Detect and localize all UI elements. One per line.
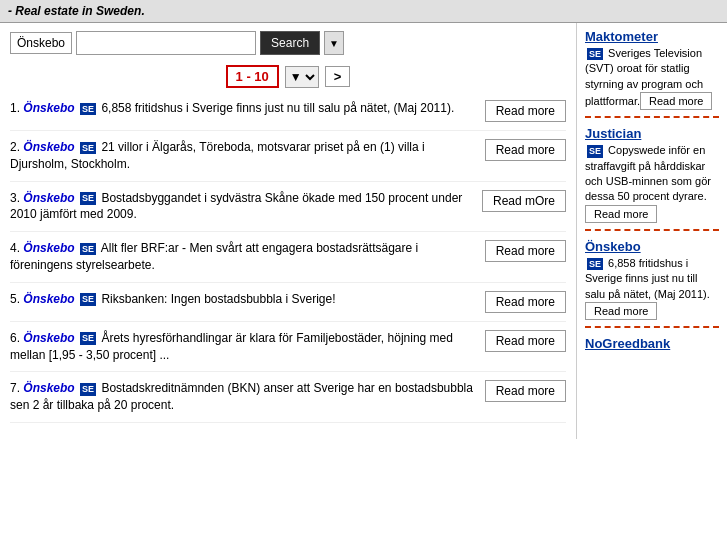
sidebar-widget-4: NoGreedbank: [585, 336, 719, 351]
result-title-link-3[interactable]: Önskebo: [23, 191, 74, 205]
search-bar: Önskebo Search ▼: [10, 31, 566, 55]
widget-body-3: SE 6,858 fritidshus i Sverige finns just…: [585, 257, 710, 300]
result-item-1: 1. Önskebo SE 6,858 fritidshus i Sverige…: [10, 100, 566, 131]
result-text-7: 7. Önskebo SE Bostadskreditnämnden (BKN)…: [10, 380, 477, 414]
result-text-6: 6. Önskebo SE Årets hyresförhandlingar ä…: [10, 330, 477, 364]
result-number-7: 7.: [10, 381, 23, 395]
result-title-link-1[interactable]: Önskebo: [23, 101, 74, 115]
top-bar: - Real estate in Sweden.: [0, 0, 727, 23]
main-content: Önskebo Search ▼ 1 - 10 ▼ > 1. Önskebo S…: [0, 23, 577, 439]
result-number-2: 2.: [10, 140, 23, 154]
sidebar-widget-2: JusticianSE Copyswede inför en straffavg…: [585, 126, 719, 231]
result-number-5: 5.: [10, 292, 23, 306]
sidebar-widget-1: MaktometerSE Sveriges Television (SVT) o…: [585, 29, 719, 118]
result-text-2: 2. Önskebo SE 21 villor i Älgarås, Töreb…: [10, 139, 477, 173]
result-number-4: 4.: [10, 241, 23, 255]
dashed-divider-1: [585, 116, 719, 118]
search-tag: Önskebo: [10, 32, 72, 54]
result-item-6: 6. Önskebo SE Årets hyresförhandlingar ä…: [10, 330, 566, 373]
widget-title-1[interactable]: Maktometer: [585, 29, 719, 44]
sidebar-widget-3: ÖnskeboSE 6,858 fritidshus i Sverige fin…: [585, 239, 719, 328]
result-item-4: 4. Önskebo SE Allt fler BRF:ar - Men svå…: [10, 240, 566, 283]
result-title-link-7[interactable]: Önskebo: [23, 381, 74, 395]
widget-read-more-1[interactable]: Read more: [640, 92, 712, 110]
search-icon-button[interactable]: ▼: [324, 31, 344, 55]
widget-title-3[interactable]: Önskebo: [585, 239, 719, 254]
read-more-button-3[interactable]: Read mOre: [482, 190, 566, 212]
result-text-5: 5. Önskebo SE Riksbanken: Ingen bostadsb…: [10, 291, 477, 308]
page-range: 1 - 10: [226, 65, 279, 88]
read-more-button-5[interactable]: Read more: [485, 291, 566, 313]
se-badge-5: SE: [80, 293, 96, 306]
read-more-button-1[interactable]: Read more: [485, 100, 566, 122]
read-more-button-2[interactable]: Read more: [485, 139, 566, 161]
search-button[interactable]: Search: [260, 31, 320, 55]
se-badge-4: SE: [80, 243, 96, 256]
se-badge-6: SE: [80, 332, 96, 345]
result-title-link-5[interactable]: Önskebo: [23, 292, 74, 306]
dashed-divider-3: [585, 326, 719, 328]
se-badge-3: SE: [80, 192, 96, 205]
result-number-3: 3.: [10, 191, 23, 205]
result-title-link-4[interactable]: Önskebo: [23, 241, 74, 255]
result-text-4: 4. Önskebo SE Allt fler BRF:ar - Men svå…: [10, 240, 477, 274]
results-list: 1. Önskebo SE 6,858 fritidshus i Sverige…: [10, 100, 566, 423]
dashed-divider-2: [585, 229, 719, 231]
read-more-button-7[interactable]: Read more: [485, 380, 566, 402]
pagination: 1 - 10 ▼ >: [10, 65, 566, 88]
widget-title-4[interactable]: NoGreedbank: [585, 336, 719, 351]
se-badge-7: SE: [80, 383, 96, 396]
result-title-link-2[interactable]: Önskebo: [23, 140, 74, 154]
se-badge-2: SE: [80, 142, 96, 155]
widget-read-more-2[interactable]: Read more: [585, 205, 657, 223]
page-select[interactable]: ▼: [285, 66, 319, 88]
result-number-6: 6.: [10, 331, 23, 345]
result-number-1: 1.: [10, 101, 23, 115]
se-badge-1: SE: [80, 103, 96, 116]
widget-read-more-3[interactable]: Read more: [585, 302, 657, 320]
result-text-3: 3. Önskebo SE Bostadsbyggandet i sydväst…: [10, 190, 474, 224]
right-sidebar: MaktometerSE Sveriges Television (SVT) o…: [577, 23, 727, 439]
result-item-7: 7. Önskebo SE Bostadskreditnämnden (BKN)…: [10, 380, 566, 423]
widget-body-2: SE Copyswede inför en straffavgift på hå…: [585, 144, 711, 202]
result-item-3: 3. Önskebo SE Bostadsbyggandet i sydväst…: [10, 190, 566, 233]
result-item-2: 2. Önskebo SE 21 villor i Älgarås, Töreb…: [10, 139, 566, 182]
page-next-button[interactable]: >: [325, 66, 351, 87]
read-more-button-6[interactable]: Read more: [485, 330, 566, 352]
widget-title-2[interactable]: Justician: [585, 126, 719, 141]
search-input[interactable]: [76, 31, 256, 55]
result-text-1: 1. Önskebo SE 6,858 fritidshus i Sverige…: [10, 100, 477, 117]
result-title-link-6[interactable]: Önskebo: [23, 331, 74, 345]
read-more-button-4[interactable]: Read more: [485, 240, 566, 262]
result-item-5: 5. Önskebo SE Riksbanken: Ingen bostadsb…: [10, 291, 566, 322]
